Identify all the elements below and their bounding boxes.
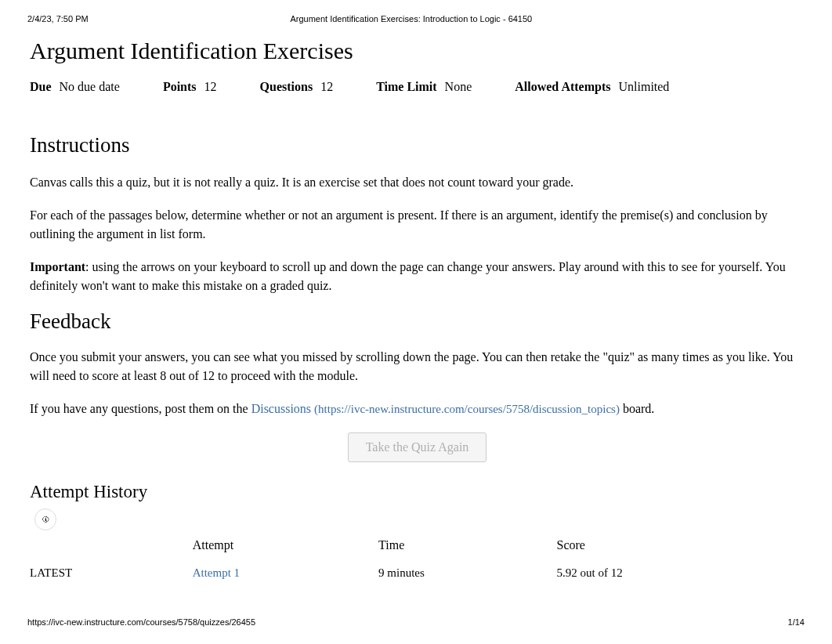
feedback-p1: Once you submit your answers, you can se…: [30, 348, 805, 385]
info-icon: 🛈: [34, 508, 56, 530]
col-attempt-header: Attempt: [193, 535, 378, 560]
col-score-header: Score: [557, 535, 805, 560]
meta-due: Due No due date: [30, 80, 163, 94]
feedback-p2: If you have any questions, post them on …: [30, 400, 805, 418]
print-footer: https://ivc-new.instructure.com/courses/…: [27, 617, 805, 627]
meta-points-label: Points: [163, 80, 197, 94]
attempt-history-table: Attempt Time Score LATEST Attempt 1 9 mi…: [30, 535, 805, 586]
print-title: Argument Identification Exercises: Intro…: [89, 14, 734, 24]
feedback-heading: Feedback: [30, 309, 805, 334]
meta-due-label: Due: [30, 80, 52, 94]
meta-attempts-label: Allowed Attempts: [515, 80, 610, 94]
quiz-meta-row: Due No due date Points 12 Questions 12 T…: [30, 80, 805, 110]
feedback-p2-before: If you have any questions, post them on …: [30, 402, 251, 415]
row-status: LATEST: [30, 560, 193, 586]
meta-questions: Questions 12: [260, 80, 377, 94]
footer-page: 1/14: [788, 617, 805, 627]
row-attempt: Attempt 1: [193, 560, 378, 586]
meta-due-value: No due date: [60, 80, 120, 94]
instructions-p2: For each of the passages below, determin…: [30, 206, 805, 244]
table-row: LATEST Attempt 1 9 minutes 5.92 out of 1…: [30, 560, 805, 586]
footer-url: https://ivc-new.instructure.com/courses/…: [27, 617, 255, 627]
col-time-header: Time: [378, 535, 556, 560]
meta-points-value: 12: [204, 80, 217, 94]
instructions-p3-rest: : using the arrows on your keyboard to s…: [30, 260, 786, 292]
instructions-p3: Important: using the arrows on your keyb…: [30, 258, 805, 295]
main-content: Argument Identification Exercises Due No…: [0, 24, 832, 586]
page-title: Argument Identification Exercises: [30, 38, 805, 64]
print-header: 2/4/23, 7:50 PM Argument Identification …: [0, 0, 832, 24]
meta-timelimit-value: None: [445, 80, 472, 94]
meta-attempts: Allowed Attempts Unlimited: [515, 80, 669, 94]
meta-timelimit-label: Time Limit: [376, 80, 436, 94]
meta-questions-label: Questions: [260, 80, 313, 94]
col-status-header: [30, 535, 193, 560]
instructions-p1: Canvas calls this a quiz, but it is not …: [30, 173, 805, 192]
discussions-link[interactable]: Discussions (https://ivc-new.instructure…: [251, 402, 620, 415]
row-time: 9 minutes: [378, 560, 556, 586]
row-score: 5.92 out of 12: [557, 560, 805, 586]
attempt-link[interactable]: Attempt 1: [193, 566, 240, 579]
attempt-history-heading: Attempt History: [30, 482, 805, 502]
meta-questions-value: 12: [320, 80, 333, 94]
print-timestamp: 2/4/23, 7:50 PM: [27, 14, 89, 24]
meta-points: Points 12: [163, 80, 260, 94]
meta-timelimit: Time Limit None: [376, 80, 515, 94]
take-quiz-again-button[interactable]: Take the Quiz Again: [348, 432, 487, 462]
important-label: Important: [30, 260, 85, 273]
meta-attempts-value: Unlimited: [618, 80, 669, 94]
table-header-row: Attempt Time Score: [30, 535, 805, 560]
quiz-button-wrap: Take the Quiz Again: [30, 432, 805, 462]
feedback-p2-after: board.: [620, 402, 654, 415]
discussions-link-url: (https://ivc-new.instructure.com/courses…: [314, 403, 620, 415]
instructions-heading: Instructions: [30, 133, 805, 157]
